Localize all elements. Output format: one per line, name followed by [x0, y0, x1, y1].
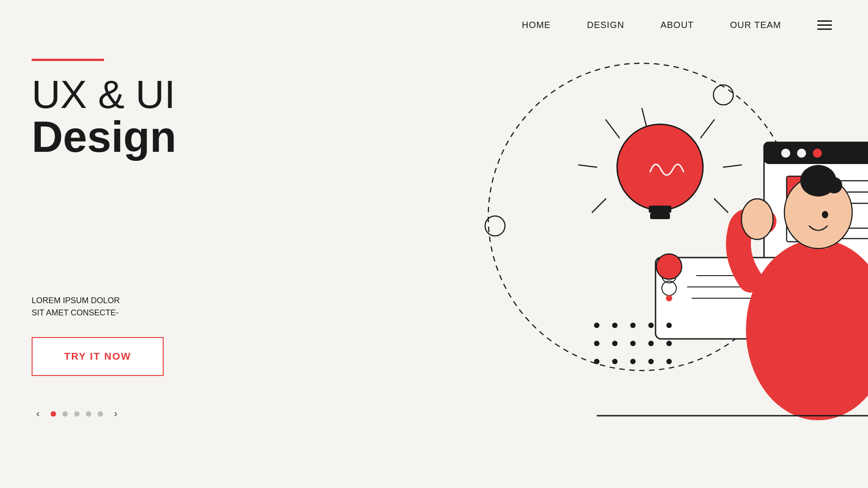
hero-content: UX & UI Design	[32, 59, 294, 160]
svg-point-49	[648, 323, 654, 328]
svg-point-60	[666, 359, 672, 364]
svg-point-51	[594, 341, 599, 346]
svg-point-58	[630, 359, 636, 364]
svg-point-1	[713, 85, 733, 105]
svg-point-15	[781, 149, 790, 158]
red-accent-line	[32, 59, 104, 61]
svg-point-2	[485, 216, 505, 236]
svg-line-10	[723, 165, 741, 167]
lorem-text: LOREM IPSUM DOLOR SIT AMET CONSECTE-	[32, 295, 164, 319]
slider-controls: ‹ ›	[32, 408, 164, 420]
svg-point-57	[612, 359, 618, 364]
slider-next-arrow[interactable]: ›	[109, 408, 122, 420]
svg-point-46	[594, 323, 599, 328]
svg-line-7	[642, 108, 646, 127]
svg-point-16	[797, 149, 806, 158]
slider-dot-3[interactable]	[74, 411, 80, 417]
hamburger-menu-icon[interactable]	[817, 20, 832, 30]
slider-prev-arrow[interactable]: ‹	[32, 408, 44, 420]
svg-point-42	[822, 211, 828, 218]
svg-point-47	[612, 323, 618, 328]
svg-line-12	[714, 199, 728, 212]
try-it-now-button[interactable]: TRY IT NOW	[32, 337, 164, 376]
hero-illustration: </>	[371, 36, 868, 443]
svg-point-52	[612, 341, 618, 346]
svg-point-50	[666, 323, 672, 328]
svg-point-43	[741, 199, 773, 239]
slider-dot-5[interactable]	[98, 411, 103, 417]
svg-rect-4	[649, 206, 671, 213]
hero-title-line1: UX & UI	[32, 75, 294, 114]
svg-line-9	[579, 165, 597, 167]
svg-point-41	[826, 177, 842, 193]
svg-line-6	[606, 120, 619, 138]
svg-rect-5	[650, 213, 670, 219]
bottom-left-section: LOREM IPSUM DOLOR SIT AMET CONSECTE- TRY…	[32, 295, 164, 420]
svg-line-11	[592, 199, 606, 212]
svg-point-34	[656, 254, 682, 279]
svg-point-55	[666, 341, 672, 346]
nav-our-team[interactable]: OUR TEAM	[730, 20, 781, 30]
svg-point-17	[813, 149, 822, 158]
slider-dot-2[interactable]	[62, 411, 68, 417]
slider-dot-4[interactable]	[86, 411, 91, 417]
hero-title-line2: Design	[32, 114, 294, 160]
svg-point-56	[594, 359, 599, 364]
svg-point-53	[630, 341, 636, 346]
slider-dot-1[interactable]	[51, 411, 56, 417]
svg-line-8	[701, 120, 714, 138]
svg-point-59	[648, 359, 654, 364]
svg-point-48	[630, 323, 636, 328]
nav-home[interactable]: HOME	[522, 20, 551, 30]
svg-point-54	[648, 341, 654, 346]
svg-point-33	[666, 295, 672, 301]
nav-design[interactable]: DESIGN	[587, 20, 624, 30]
nav-about[interactable]: ABOUT	[660, 20, 694, 30]
